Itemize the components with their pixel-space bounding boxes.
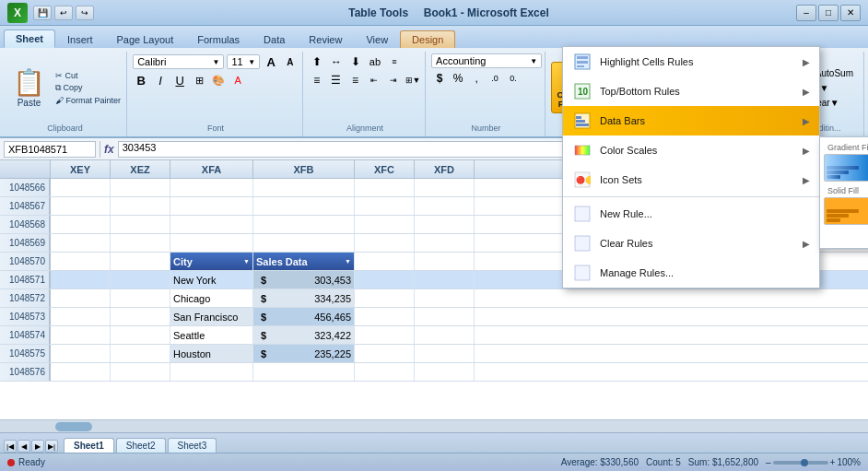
cell[interactable] [415,197,475,215]
merge-cells-btn[interactable]: ⊞▼ [405,72,421,88]
percent-btn[interactable]: % [450,70,466,87]
cell[interactable] [415,345,475,362]
value-chicago-cell[interactable]: 334,235 [274,289,355,307]
underline-button[interactable]: U [171,72,188,88]
scrollbar-thumb[interactable] [55,422,92,431]
comma-btn[interactable]: , [468,70,485,87]
zoom-control[interactable]: – + 100% [766,457,861,467]
dollar-sign-cell[interactable]: $ [253,326,274,344]
city-houston-cell[interactable]: Houston [170,345,253,362]
cell[interactable] [355,234,415,252]
sheet-tab-sheet2[interactable]: Sheet2 [116,438,166,453]
decrease-font-btn[interactable]: A [282,53,299,70]
cell[interactable] [355,271,415,288]
col-header-xez[interactable]: XEZ [111,160,170,179]
increase-font-btn[interactable]: A [263,53,279,70]
cell[interactable] [415,326,475,344]
data-bars-item[interactable]: Data Bars ▶ [563,106,819,135]
cell[interactable] [415,179,475,196]
new-rule-item[interactable]: New Rule... [563,199,819,229]
cell[interactable] [355,363,415,381]
cell[interactable] [111,289,170,307]
cell[interactable] [415,253,475,270]
col-header-xey[interactable]: XEY [51,160,111,179]
cell[interactable] [51,179,111,196]
orange-solid-swatch[interactable] [824,197,868,225]
blue-gradient-swatch[interactable] [824,154,868,182]
cell[interactable] [51,326,111,344]
cell[interactable] [111,271,170,288]
currency-btn[interactable]: $ [431,70,448,87]
dollar-sign-cell[interactable]: $ [253,289,274,307]
top-bottom-rules-item[interactable]: 10 Top/Bottom Rules ▶ [563,77,819,106]
tab-sheet[interactable]: Sheet [4,29,55,48]
sheet-tab-sheet1[interactable]: Sheet1 [64,438,114,453]
cell-reference-box[interactable]: XFB1048571 [4,141,96,158]
cell[interactable] [111,216,170,233]
tab-review[interactable]: Review [297,30,354,48]
clear-rules-item[interactable]: Clear Rules ▶ [563,229,819,258]
cell[interactable] [170,179,253,196]
tab-insert[interactable]: Insert [55,30,105,48]
dollar-sign-cell[interactable]: $ [253,271,274,288]
cell[interactable] [415,234,475,252]
cell[interactable] [51,289,111,307]
value-houston-cell[interactable]: 235,225 [274,345,355,362]
decrease-decimal-btn[interactable]: .0 [487,70,503,87]
more-rules-button[interactable]: More Rules... [824,228,868,244]
cell[interactable] [415,289,475,307]
zoom-in-btn[interactable]: + [830,457,836,467]
cell[interactable] [415,363,475,381]
cell[interactable] [51,271,111,288]
wrap-text-btn[interactable]: ≡ [386,53,403,70]
value-sf-cell[interactable]: 456,465 [274,308,355,325]
cell[interactable] [170,216,253,233]
increase-indent-btn[interactable]: ⇥ [385,72,402,88]
cell[interactable] [415,216,475,233]
col-header-xfb[interactable]: XFB [253,160,355,179]
align-top-btn[interactable]: ⬆ [309,53,325,70]
align-middle-btn[interactable]: ↔ [328,53,345,70]
value-new-york-cell[interactable]: 303,453 [274,271,355,288]
zoom-slider[interactable] [773,461,828,465]
tab-data[interactable]: Data [252,30,297,48]
cell[interactable] [111,253,170,270]
color-scales-item[interactable]: Color Scales ▶ [563,135,819,165]
undo-btn[interactable]: ↩ [54,6,73,20]
city-seattle-cell[interactable]: Seattle [170,326,253,344]
orient-btn[interactable]: ab [367,53,383,70]
icon-sets-item[interactable]: 🔴🟡🟢 Icon Sets ▶ [563,165,819,194]
last-sheet-btn[interactable]: ▶| [45,440,58,453]
cell[interactable] [355,179,415,196]
font-color-btn[interactable]: A [229,72,246,88]
tab-view[interactable]: View [354,30,400,48]
font-size-dropdown[interactable]: 11▼ [227,54,260,69]
cell[interactable] [355,253,415,270]
cell[interactable] [51,234,111,252]
cell[interactable] [355,289,415,307]
cell[interactable] [51,363,111,381]
cell[interactable] [51,197,111,215]
manage-rules-item[interactable]: Manage Rules... [563,258,819,288]
cell[interactable] [415,308,475,325]
cell[interactable] [111,234,170,252]
sheet-tab-sheet3[interactable]: Sheet3 [168,438,217,453]
copy-button[interactable]: ⧉ Copy [53,82,123,94]
city-sf-cell[interactable]: San Francisco [170,308,253,325]
cell[interactable] [170,234,253,252]
cell[interactable] [51,308,111,325]
first-sheet-btn[interactable]: |◀ [4,440,17,453]
highlight-cells-rules-item[interactable]: Highlight Cells Rules ▶ [563,47,819,77]
cell[interactable] [253,363,355,381]
cell[interactable] [170,363,253,381]
fill-color-btn[interactable]: 🎨 [210,72,227,88]
zoom-out-btn[interactable]: – [766,457,771,467]
cell[interactable] [170,197,253,215]
font-name-dropdown[interactable]: Calibri▼ [133,54,224,69]
dollar-sign-cell[interactable]: $ [253,308,274,325]
city-new-york-cell[interactable]: New York [170,271,253,288]
cell[interactable] [355,345,415,362]
align-center-btn[interactable]: ☰ [328,72,345,88]
tab-design[interactable]: Design [400,30,455,48]
maximize-btn[interactable]: □ [818,5,839,21]
